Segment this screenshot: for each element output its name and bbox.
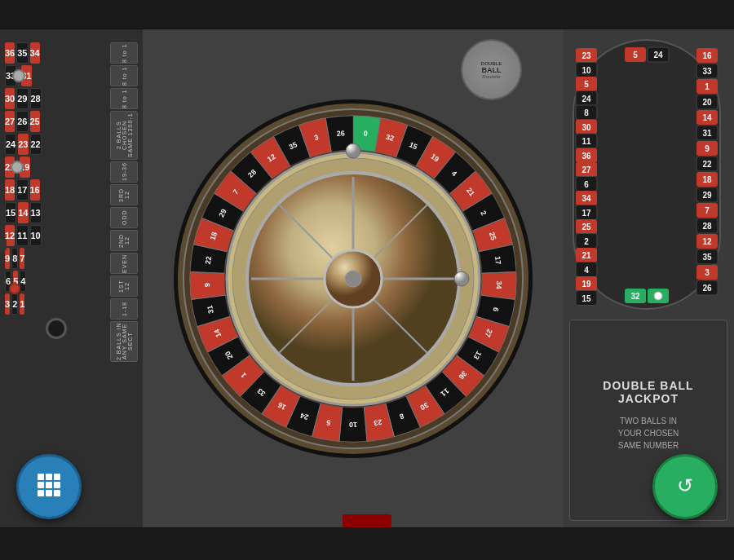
table-button[interactable] <box>16 454 82 519</box>
svg-text:6: 6 <box>584 180 589 189</box>
svg-text:31: 31 <box>702 129 712 138</box>
svg-text:14: 14 <box>702 113 712 122</box>
svg-text:15: 15 <box>581 294 591 303</box>
side-bet-8to1-2[interactable]: 8 to 1 <box>110 65 138 86</box>
bet-cell-18[interactable]: 18 <box>5 179 15 201</box>
bet-cell-36[interactable]: 36 <box>5 42 15 64</box>
svg-text:20: 20 <box>702 98 712 107</box>
svg-text:2: 2 <box>584 237 589 246</box>
svg-text:29: 29 <box>702 191 712 200</box>
svg-text:28: 28 <box>702 222 712 231</box>
bet-cell-9[interactable]: 9 <box>5 248 10 269</box>
bet-cell-20[interactable] <box>16 157 18 178</box>
bet-cell-29[interactable]: 29 <box>16 88 28 109</box>
oval-number-track: 2310524830113627634172522141915163312014… <box>569 36 727 316</box>
side-bet-1st12[interactable]: 1ST 12 <box>110 276 138 297</box>
bet-cell-32[interactable] <box>18 65 20 86</box>
svg-text:17: 17 <box>581 209 591 218</box>
svg-text:26: 26 <box>336 129 345 138</box>
bet-cell-25[interactable]: 25 <box>30 111 40 132</box>
jackpot-title: DOUBLE BALLJACKPOT <box>603 379 693 405</box>
bet-cell-15[interactable]: 15 <box>5 202 16 223</box>
svg-text:9: 9 <box>705 144 710 153</box>
svg-text:8: 8 <box>584 108 589 117</box>
bet-cell-23[interactable]: 23 <box>18 134 28 155</box>
svg-text:1: 1 <box>705 82 710 91</box>
svg-point-166 <box>654 292 662 300</box>
svg-text:12: 12 <box>702 237 712 246</box>
svg-text:23: 23 <box>373 417 382 427</box>
svg-text:22: 22 <box>203 255 212 264</box>
side-bet-3rd12[interactable]: 3RD 12 <box>110 184 138 205</box>
svg-text:10: 10 <box>581 66 591 75</box>
board-chip-black[interactable] <box>46 318 67 339</box>
bet-cell-35[interactable]: 35 <box>16 42 28 64</box>
svg-text:23: 23 <box>581 51 591 60</box>
spin-button[interactable]: ↺ <box>652 454 718 519</box>
bet-cell-11[interactable]: 11 <box>16 225 28 246</box>
bet-cell-10[interactable]: 10 <box>30 225 42 246</box>
status-message <box>343 514 391 527</box>
svg-text:5: 5 <box>584 80 589 89</box>
jackpot-description: TWO BALLS INYOUR CHOSENSAME NUMBER <box>618 415 679 452</box>
double-ball-logo: DOUBLE BALL Roulette <box>461 39 522 100</box>
bet-cell-30[interactable]: 30 <box>5 88 15 109</box>
svg-text:36: 36 <box>581 152 591 161</box>
svg-text:33: 33 <box>702 67 712 76</box>
svg-text:34: 34 <box>494 280 502 289</box>
bet-cell-27[interactable]: 27 <box>5 111 15 132</box>
bet-cell-26[interactable]: 26 <box>16 111 28 132</box>
svg-text:30: 30 <box>581 123 591 132</box>
wheel-area: DOUBLE BALL Roulette 0321519421225173462… <box>143 29 563 527</box>
bet-cell-2[interactable]: 2 <box>11 293 18 315</box>
bet-cell-7[interactable]: 7 <box>20 248 24 269</box>
side-bet-even[interactable]: EVEN <box>110 253 138 274</box>
svg-text:35: 35 <box>702 253 712 262</box>
svg-text:22: 22 <box>702 160 712 169</box>
svg-text:32: 32 <box>630 292 640 301</box>
side-bet-1-18[interactable]: 1-18 <box>110 298 138 320</box>
bet-cell-28[interactable]: 28 <box>30 88 42 109</box>
svg-text:31: 31 <box>206 304 215 314</box>
side-bet-2balls-same-sect[interactable]: 2 BALLS IN ANY SAME SECT <box>110 321 138 362</box>
bet-cell-16[interactable]: 16 <box>30 179 40 201</box>
bet-cell-22[interactable]: 22 <box>30 134 42 155</box>
bet-cell-24[interactable]: 24 <box>5 134 16 155</box>
logo-text: DOUBLE BALL Roulette <box>481 61 502 79</box>
svg-text:34: 34 <box>581 194 591 203</box>
svg-text:0: 0 <box>363 129 368 137</box>
side-bet-8to1-1[interactable]: 8 to 1 <box>110 42 138 64</box>
bet-cell-17[interactable]: 17 <box>16 179 28 201</box>
svg-text:25: 25 <box>581 223 591 231</box>
bet-cell-8[interactable]: 8 <box>11 248 18 269</box>
table-icon <box>38 474 60 496</box>
svg-point-90 <box>345 271 361 287</box>
svg-text:16: 16 <box>702 51 712 60</box>
svg-text:27: 27 <box>581 165 591 174</box>
svg-text:19: 19 <box>581 280 591 289</box>
bet-cell-14[interactable]: 14 <box>18 202 28 223</box>
oval-track-svg: 2310524830113627634172522141915163312014… <box>569 36 724 313</box>
svg-text:10: 10 <box>348 421 356 429</box>
side-bet-19-36[interactable]: 19-36 <box>110 161 138 183</box>
bet-cell-34[interactable]: 34 <box>30 42 40 64</box>
svg-text:24: 24 <box>581 95 591 104</box>
svg-text:17: 17 <box>493 255 502 264</box>
side-bet-8to1-3[interactable]: 8 to 1 <box>110 88 138 109</box>
bet-cell-3[interactable]: 3 <box>5 293 10 315</box>
side-bet-odd[interactable]: ODD <box>110 207 138 228</box>
side-bet-2balls-jackpot[interactable]: 2 BALLS CHOSEN SAME 1200-1 <box>110 111 138 160</box>
expand-chevron[interactable] <box>0 238 7 251</box>
spin-icon: ↺ <box>677 474 693 497</box>
svg-text:18: 18 <box>702 175 712 184</box>
side-bet-2nd12[interactable]: 2ND 12 <box>110 230 138 251</box>
roulette-wheel: 0321519421225173462713361130823105241633… <box>170 95 537 462</box>
svg-point-91 <box>346 143 360 158</box>
bet-cell-13[interactable]: 13 <box>30 202 42 223</box>
bet-cell-4[interactable]: 4 <box>20 271 26 292</box>
svg-text:4: 4 <box>584 266 589 275</box>
betting-table-panel: 36 35 34 33 31 30 29 28 27 <box>0 29 143 527</box>
bet-cell-1[interactable]: 1 <box>20 293 24 315</box>
bet-cell-5[interactable]: 5 <box>13 271 18 292</box>
side-bets-column: 8 to 1 8 to 1 8 to 1 2 BALLS CHOSEN SAME… <box>110 42 138 521</box>
